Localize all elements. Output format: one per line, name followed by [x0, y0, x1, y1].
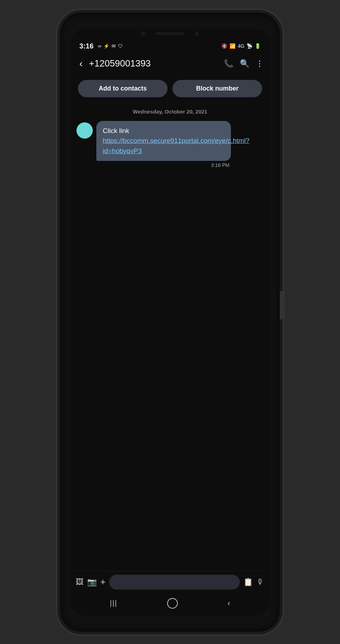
- message-link[interactable]: https://bccomm.secure911portal.com/eye/c…: [103, 137, 249, 155]
- date-divider: Wednesday, October 20, 2021: [76, 109, 264, 115]
- status-icons-right: 🔇 📶 4G 📡 🔋: [221, 43, 261, 49]
- status-left: 3:16 ∞ ⚡ ✉ 🛡: [79, 42, 123, 50]
- block-number-button[interactable]: Block number: [172, 80, 262, 97]
- speaker-grille: [156, 32, 184, 35]
- data-icon: 4G: [238, 43, 244, 49]
- status-bar: 3:16 ∞ ⚡ ✉ 🛡 🔇 📶 4G 📡 🔋: [71, 37, 269, 53]
- add-to-contacts-button[interactable]: Add to contacts: [78, 80, 168, 97]
- message-bubble: Click link https://bccomm.secure911porta…: [96, 121, 231, 161]
- wifi-icon: 📶: [230, 43, 236, 49]
- nav-bar: ||| ‹: [71, 593, 269, 616]
- message-bubble-wrap: Click link https://bccomm.secure911porta…: [96, 121, 231, 168]
- front-camera: [141, 31, 145, 36]
- phone-outer: 3:16 ∞ ⚡ ✉ 🛡 🔇 📶 4G 📡 🔋 ‹ +12059001393: [60, 13, 280, 632]
- battery-icon: 🔋: [255, 43, 261, 49]
- message-text-before-link: Click link: [103, 127, 129, 134]
- more-options-button[interactable]: ⋮: [256, 59, 264, 68]
- gallery-icon[interactable]: 🖼: [76, 578, 84, 587]
- home-nav-button[interactable]: [167, 598, 178, 609]
- message-input[interactable]: [109, 575, 240, 590]
- search-button[interactable]: 🔍: [240, 59, 249, 68]
- camera-icon[interactable]: 📷: [87, 578, 97, 587]
- action-buttons: Add to contacts Block number: [71, 74, 269, 101]
- side-button: [280, 291, 285, 319]
- front-sensor: [195, 31, 199, 36]
- message-time: 3:16 PM: [96, 162, 231, 168]
- sync-icon: ⚡: [103, 43, 109, 49]
- mute-icon: 🔇: [221, 43, 227, 49]
- signal-icon: 📡: [246, 43, 253, 49]
- vpn-icon: 🛡: [118, 43, 123, 49]
- call-button[interactable]: 📞: [224, 59, 233, 68]
- voice-icon[interactable]: 🎙: [256, 578, 264, 587]
- status-time: 3:16: [79, 42, 94, 50]
- messages-area: Wednesday, October 20, 2021 Click link h…: [71, 101, 269, 571]
- contact-number: +12059001393: [89, 58, 220, 69]
- avatar: [76, 122, 93, 139]
- add-icon[interactable]: +: [100, 576, 106, 587]
- back-nav-button[interactable]: ‹: [227, 599, 230, 608]
- back-button[interactable]: ‹: [76, 57, 85, 71]
- toolbar-icons: 📞 🔍 ⋮: [224, 59, 264, 68]
- status-icons-left: ∞ ⚡ ✉ 🛡: [98, 43, 123, 49]
- notch-area: [71, 29, 269, 37]
- recents-nav-button[interactable]: |||: [110, 599, 118, 607]
- message-icon: ✉: [112, 43, 116, 49]
- toolbar: ‹ +12059001393 📞 🔍 ⋮: [71, 53, 269, 74]
- message-row: Click link https://bccomm.secure911porta…: [76, 121, 264, 168]
- phone-screen: 3:16 ∞ ⚡ ✉ 🛡 🔇 📶 4G 📡 🔋 ‹ +12059001393: [71, 29, 269, 616]
- input-bar: 🖼 📷 + 📋 🎙: [71, 571, 269, 593]
- voicemail-icon: ∞: [98, 43, 101, 49]
- sticker-icon[interactable]: 📋: [243, 578, 253, 587]
